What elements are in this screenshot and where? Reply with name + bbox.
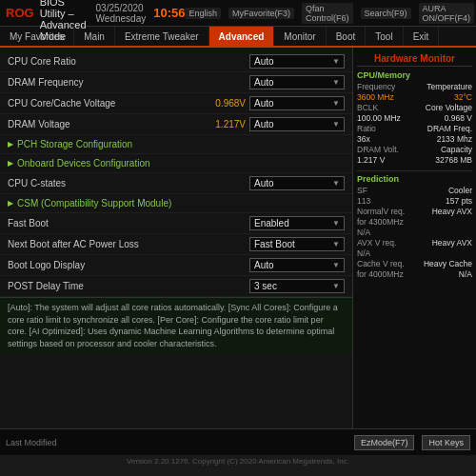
top-info-bar: English MyFavorite(F3) Qfan Control(F6) … <box>185 3 474 24</box>
hw-row-ratio: Ratio DRAM Freq. <box>357 124 472 133</box>
lang-selector[interactable]: English <box>185 8 221 19</box>
cpu-voltage-row[interactable]: CPU Core/Cache Voltage 0.968V Auto ▼ <box>0 93 352 114</box>
prediction-section: Prediction SF Cooler 113 157 pts NormalV… <box>357 174 472 279</box>
pred-heavyavx2-value: Heavy AVX <box>432 238 472 248</box>
pred-row-6: N/A <box>357 248 472 258</box>
capacity-label: Capacity <box>441 145 472 154</box>
ez-mode-button[interactable]: EzMode(F7) <box>354 435 415 450</box>
prediction-title: Prediction <box>357 174 472 184</box>
hw-monitor-title: Hardware Monitor <box>357 51 472 67</box>
my-favorites-shortcut[interactable]: MyFavorite(F3) <box>228 8 294 19</box>
tab-monitor[interactable]: Monitor <box>274 27 326 46</box>
pred-row-4: N/A <box>357 228 472 237</box>
pred-4300mhz-label: for 4300MHz <box>357 217 404 227</box>
tab-extreme-tweaker[interactable]: Extreme Tweaker <box>115 27 209 46</box>
cpu-voltage-arrow: ▼ <box>332 99 340 108</box>
hw-row-bclk: BCLK Core Voltage <box>357 103 472 112</box>
tab-boot[interactable]: Boot <box>327 27 367 46</box>
post-delay-dropdown[interactable]: 3 sec ▼ <box>249 279 345 293</box>
dram-voltage-dropdown[interactable]: Auto ▼ <box>249 117 345 131</box>
freq-label: Frequency <box>357 82 395 91</box>
cpu-voltage-label: CPU Core/Cache Voltage <box>8 98 215 109</box>
temp-label: Temperature <box>426 82 472 91</box>
cpu-voltage-dropdown[interactable]: Auto ▼ <box>249 96 345 110</box>
aura-shortcut[interactable]: AURA ON/OFF(F4) <box>419 3 475 24</box>
boot-logo-row[interactable]: Boot Logo Display Auto ▼ <box>0 255 352 276</box>
pred-113-label: 113 <box>357 196 370 206</box>
dram-voltage-prefix: 1.217V <box>215 119 246 129</box>
cpu-voltage-controls: 0.968V Auto ▼ <box>215 96 345 110</box>
tab-main[interactable]: Main <box>74 27 115 46</box>
hw-row-bclk-val: 100.00 MHz 0.968 V <box>357 113 472 123</box>
tab-advanced[interactable]: Advanced <box>209 27 275 46</box>
post-delay-label: POST Delay Time <box>8 281 249 291</box>
cpu-memory-section: CPU/Memory Frequency Temperature 3600 MH… <box>357 70 472 165</box>
pch-storage-section[interactable]: ▶ PCH Storage Configuration <box>0 135 352 154</box>
info-box: [Auto]: The system will adjust all core … <box>0 297 352 353</box>
pred-sf-label: SF <box>357 186 367 195</box>
time-display: 10:56 <box>153 6 185 20</box>
cpu-core-ratio-dropdown[interactable]: Auto ▼ <box>249 54 345 69</box>
bottom-bar: Last Modified EzMode(F7) Hot Keys <box>0 428 476 455</box>
bclk-label: BCLK <box>357 103 378 112</box>
cpu-voltage-value: Auto <box>254 98 274 109</box>
top-bar: ROG UEFI BIOS Utility – Advanced Mode 03… <box>0 0 476 27</box>
onboard-devices-section[interactable]: ▶ Onboard Devices Configuration <box>0 154 352 173</box>
dramfreq-label: DRAM Freq. <box>427 124 472 133</box>
pred-row-5: AVX V req. Heavy AVX <box>357 238 472 248</box>
fast-boot-label: Fast Boot <box>8 218 249 228</box>
cpu-core-ratio-arrow: ▼ <box>332 57 340 66</box>
hot-keys-button[interactable]: Hot Keys <box>422 435 470 450</box>
freq-value: 3600 MHz <box>357 92 394 102</box>
boot-logo-dropdown[interactable]: Auto ▼ <box>249 258 345 272</box>
fast-boot-row[interactable]: Fast Boot Enabled ▼ <box>0 213 352 234</box>
tab-tool[interactable]: Tool <box>366 27 403 46</box>
fast-boot-dropdown[interactable]: Enabled ▼ <box>249 216 345 230</box>
pred-4000mhz-label: for 4000MHz <box>357 269 404 279</box>
dram-freq-dropdown[interactable]: Auto ▼ <box>249 75 345 89</box>
cpu-cstates-dropdown[interactable]: Auto ▼ <box>249 176 345 190</box>
next-boot-dropdown[interactable]: Fast Boot ▼ <box>249 237 345 251</box>
rog-logo: ROG <box>6 6 34 20</box>
qfan-shortcut[interactable]: Qfan Control(F6) <box>302 3 353 24</box>
next-boot-row[interactable]: Next Boot after AC Power Loss Fast Boot … <box>0 234 352 255</box>
cpu-core-ratio-label: CPU Core Ratio <box>8 56 249 67</box>
pred-cachev-label: Cache V req. <box>357 259 405 268</box>
hw-divider <box>357 170 472 171</box>
boot-logo-value: Auto <box>254 260 274 270</box>
dram-freq-row[interactable]: DRAM Frequency Auto ▼ <box>0 72 352 93</box>
pred-normalv-label: NormalV req. <box>357 207 405 216</box>
corev-label: Core Voltage <box>426 103 472 112</box>
dram-freq-value: Auto <box>254 77 274 88</box>
bottom-buttons: EzMode(F7) Hot Keys <box>354 435 470 450</box>
onboard-devices-label: Onboard Devices Configuration <box>17 158 150 169</box>
dram-voltage-row[interactable]: DRAM Voltage 1.217V Auto ▼ <box>0 114 352 135</box>
onboard-devices-arrow-icon: ▶ <box>8 159 13 168</box>
pred-na3-value: N/A <box>459 269 472 279</box>
cpu-cstates-row[interactable]: CPU C-states Auto ▼ <box>0 173 352 194</box>
csm-section[interactable]: ▶ CSM (Compatibility Support Module) <box>0 194 352 213</box>
pch-storage-arrow-icon: ▶ <box>8 140 13 149</box>
post-delay-row[interactable]: POST Delay Time 3 sec ▼ <box>0 276 352 297</box>
dram-freq-label: DRAM Frequency <box>8 77 249 88</box>
pred-na1-label: N/A <box>357 228 370 237</box>
next-boot-label: Next Boot after AC Power Loss <box>8 239 249 249</box>
pred-cooler-value: Cooler <box>448 186 472 195</box>
hw-row-freq-val: 3600 MHz 32°C <box>357 92 472 102</box>
version-text: Version 2.20.1276. Copyright (C) 2020 Am… <box>0 455 476 467</box>
tab-my-favorites[interactable]: My Favorites <box>0 27 74 46</box>
hw-row-dram-volt-val: 1.217 V 32768 MB <box>357 155 472 165</box>
tab-exit[interactable]: Exit <box>404 27 440 46</box>
csm-arrow-icon: ▶ <box>8 199 13 208</box>
cpu-core-ratio-row[interactable]: CPU Core Ratio Auto ▼ <box>0 51 352 72</box>
search-shortcut[interactable]: Search(F9) <box>361 8 411 19</box>
dramfreq-value: 2133 Mhz <box>437 134 472 144</box>
capacity-value: 32768 MB <box>435 155 472 165</box>
ratio-label: Ratio <box>357 124 376 133</box>
post-delay-value: 3 sec <box>254 281 277 291</box>
dram-voltage-value: Auto <box>254 119 274 129</box>
cpu-cstates-arrow: ▼ <box>332 179 340 188</box>
nav-tabs: My Favorites Main Extreme Tweaker Advanc… <box>0 27 476 48</box>
boot-logo-arrow: ▼ <box>332 261 340 269</box>
cpu-cstates-label: CPU C-states <box>8 178 249 188</box>
